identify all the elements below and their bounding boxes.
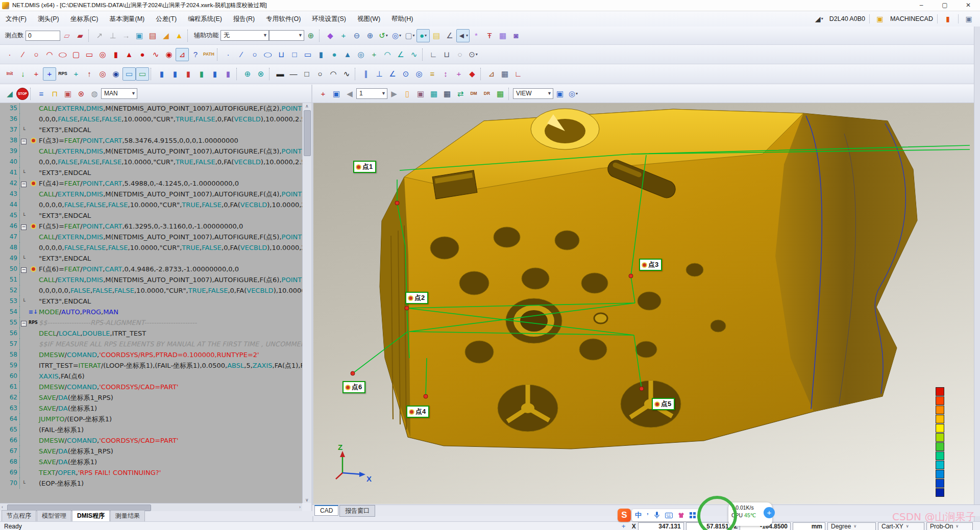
rps-align-icon[interactable]: RPS xyxy=(56,67,69,81)
zoom-out-icon[interactable]: ⊖ xyxy=(350,29,363,42)
init-icon[interactable]: Init xyxy=(3,67,16,81)
coordsys-cad-icon[interactable]: + xyxy=(43,67,56,81)
point-label-点5[interactable]: 点5 xyxy=(652,398,675,410)
select-pointer-icon[interactable]: ◄▾ xyxy=(456,29,470,42)
maximize-button[interactable]: ▢ xyxy=(933,0,957,11)
perpendicular-tolerance-icon[interactable]: ⊥ xyxy=(373,67,386,81)
code-line-48[interactable]: 480,0,0,0,FALSE,FALSE,FALSE,10.0000,"CUR… xyxy=(0,242,302,253)
code-line-66[interactable]: 66DMESW/COMAND,'COORDSYS/CAD=PART' xyxy=(0,435,302,446)
fold-collapse-icon[interactable]: − xyxy=(20,221,28,232)
erase-points-icon[interactable]: ▱ xyxy=(60,29,74,42)
blue-slot-icon[interactable]: ⊔ xyxy=(275,48,288,61)
aux-value-combo[interactable]: ▼ xyxy=(269,30,304,41)
close-button[interactable]: ✕ xyxy=(957,0,980,11)
code-line-42[interactable]: 42−F(点4)=FEAT/POINT,CART,5.4988,0,-4.124… xyxy=(0,178,302,189)
menu-item-3[interactable]: 坐标系(C) xyxy=(65,12,104,26)
fold-collapse-icon[interactable]: − xyxy=(20,317,28,328)
cad-forward-icon[interactable]: ▶ xyxy=(387,87,401,100)
run-curve-icon[interactable]: ◢ xyxy=(3,87,16,100)
code-line-69[interactable]: 69TEXT/OPER,'RPS FAIL! CONTINUING?' xyxy=(0,467,302,478)
code-line-64[interactable]: 64JUMPTO/(EOP-坐标系1) xyxy=(0,414,302,424)
code-line-67[interactable]: 67SAVE/DA(坐标系1_RPS) xyxy=(0,446,302,457)
point-label-点3[interactable]: 点3 xyxy=(639,259,662,271)
stop-button[interactable]: STOP xyxy=(16,88,29,100)
indent-lines-icon[interactable]: ≡ xyxy=(35,87,48,100)
editor-tab-DMIS程序[interactable]: DMIS程序 xyxy=(72,510,110,521)
report-settings-icon[interactable]: ▣ xyxy=(414,87,427,100)
blue-cone-icon[interactable]: ▲ xyxy=(341,48,354,61)
pin-save-icon[interactable]: ↑ xyxy=(83,67,96,81)
red-angle-icon[interactable]: ⊿ xyxy=(176,48,189,61)
menu-item-5[interactable]: 公差(T) xyxy=(150,12,182,26)
point-label-点2[interactable]: 点2 xyxy=(405,292,428,304)
fold-collapse-icon[interactable]: − xyxy=(20,135,28,146)
concentric-tolerance-icon[interactable]: ⊙ xyxy=(399,67,412,81)
blue-square-icon[interactable]: □ xyxy=(288,48,301,61)
probe-icon[interactable]: ◢▾ xyxy=(813,13,825,25)
path-icon[interactable]: PATH xyxy=(202,48,215,61)
cad-tab-CAD[interactable]: CAD xyxy=(314,505,338,516)
blue-line-icon[interactable]: ∕ xyxy=(235,48,248,61)
code-line-60[interactable]: 60XAXIS,FA(点6) xyxy=(0,371,302,382)
export-move-icon[interactable]: → xyxy=(119,29,133,42)
code-line-50[interactable]: 50−F(点6)=FEAT/POINT,CART,0,4.9486,-2.873… xyxy=(0,264,302,274)
minimize-button[interactable]: – xyxy=(910,0,933,11)
screen-capture-icon[interactable]: ▬ xyxy=(274,67,287,81)
goto-run-icon[interactable]: ↗ xyxy=(93,29,106,42)
pin-green-icon[interactable]: ↓ xyxy=(16,67,30,81)
red-point-icon[interactable]: · xyxy=(3,48,16,61)
code-line-59[interactable]: 59ITRT_TEST=ITERAT/(LOOP-坐标系1),(FAIL-坐标系… xyxy=(0,360,302,371)
code-line-38[interactable]: 38−F(点3)=FEAT/POINT,CART,58.3476,4.9155,… xyxy=(0,135,302,146)
window-layout-icon[interactable]: ▦ xyxy=(496,29,509,42)
corner-datum-icon[interactable]: ∟ xyxy=(511,67,525,81)
find-view-icon[interactable]: ◎▾ xyxy=(567,87,580,100)
mic-icon[interactable] xyxy=(654,512,660,519)
code-line-47[interactable]: 47CALL/EXTERN,DMIS,M(NETDMIS_AUTO_POINT_… xyxy=(0,232,302,242)
sogou-input-bar[interactable]: S 中 ’ xyxy=(618,509,699,522)
offline-machine-icon[interactable]: ▣ xyxy=(963,13,975,25)
rotate-view-icon[interactable]: ↺▾ xyxy=(377,29,390,42)
probe-config-label[interactable]: D2L40 A0B0 xyxy=(829,15,865,22)
wire-cube-icon[interactable]: ▢▾ xyxy=(403,29,416,42)
editor-tab-测量结果[interactable]: 测量结果 xyxy=(110,510,145,521)
editor-tab-模型管理[interactable]: 模型管理 xyxy=(37,510,71,521)
coordsys-iterate-icon[interactable]: + xyxy=(69,67,83,81)
xyz-position-icon[interactable]: ▣ xyxy=(133,29,146,42)
code-line-51[interactable]: 51CALL/EXTERN,DMIS,M(NETDMIS_AUTO_POINT_… xyxy=(0,274,302,285)
flatness-tolerance-icon[interactable]: ≡ xyxy=(426,67,439,81)
code-line-63[interactable]: 63SAVE/DA(坐标系1) xyxy=(0,403,302,414)
red-ring-icon[interactable]: ◎ xyxy=(96,48,109,61)
calc-grid-icon[interactable]: ▦ xyxy=(498,67,511,81)
code-line-54[interactable]: 54≡↓MODE/AUTO,PROG,MAN xyxy=(0,307,302,317)
code-line-68[interactable]: 68SAVE/DA(坐标系1) xyxy=(0,457,302,467)
blue-cylinder-icon[interactable]: ▮ xyxy=(314,48,328,61)
snapshot-camera-icon[interactable]: ◙ xyxy=(509,29,523,42)
dashed-circle-icon[interactable]: ◌ xyxy=(453,48,467,61)
code-line-46[interactable]: 46−F(点5)=FEAT/POINT,CART,61.3295,0,-3.11… xyxy=(0,221,302,232)
menu-item-7[interactable]: 报告(R) xyxy=(228,12,260,26)
code-line-41[interactable]: 41└"EXT3",ENDCAL xyxy=(0,167,302,178)
cad-axes-icon[interactable]: + xyxy=(316,87,330,100)
code-line-70[interactable]: 70└(EOP-坐标系1) xyxy=(0,478,302,489)
red-ellipse-icon[interactable]: ◯ xyxy=(56,48,69,61)
assistant-plus-button[interactable]: + xyxy=(764,507,775,518)
target-align-icon[interactable]: ◎ xyxy=(96,67,109,81)
machine-cad-label[interactable]: MACHINECAD xyxy=(890,15,933,22)
point-count-input[interactable]: 0 xyxy=(26,31,60,41)
blue-torus-icon[interactable]: ◎ xyxy=(354,48,368,61)
cylinder-feature-5-icon[interactable]: ▮ xyxy=(208,67,222,81)
editor-vertical-scrollbar[interactable]: ∧ ∨ xyxy=(302,103,311,503)
code-line-40[interactable]: 400,0,0,FALSE,FALSE,FALSE,10.0000,"CUR",… xyxy=(0,157,302,167)
aux-refresh-icon[interactable]: ⊕ xyxy=(304,29,317,42)
updown-arrows-icon[interactable]: ↕ xyxy=(439,67,452,81)
unlock-icon[interactable]: ⊓ xyxy=(48,87,61,100)
datum-target-icon[interactable]: ◆ xyxy=(465,67,479,81)
code-line-56[interactable]: 56DECL/LOCAL,DOUBLE,ITRT_TEST xyxy=(0,328,302,339)
table-dark-icon[interactable]: ▦ xyxy=(440,87,454,100)
grid-green-icon[interactable]: ▦ xyxy=(494,87,507,100)
shaded-sphere-icon[interactable]: ●▾ xyxy=(416,29,430,42)
runout-tolerance-icon[interactable]: ◎ xyxy=(412,67,426,81)
axes-cross-icon[interactable]: + xyxy=(368,48,381,61)
red-sphere-icon[interactable]: ● xyxy=(136,48,149,61)
code-line-36[interactable]: 360,0,0,FALSE,FALSE,FALSE,10.0000,"CUR",… xyxy=(0,114,302,124)
